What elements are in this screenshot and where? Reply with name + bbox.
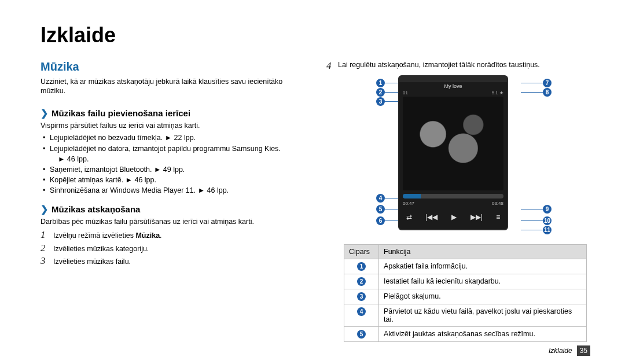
table-row: 1 Apskatiet faila informāciju.	[344, 259, 587, 274]
sub1-lead: Vispirms pārsūtiet failus uz ierīci vai …	[41, 121, 297, 131]
step-text: Izvēlņu režīmā izvēlieties Mūzika.	[53, 231, 162, 241]
rowfunc: Apskatiet faila informāciju.	[379, 259, 587, 274]
phone-controls: ⇄ |◀◀ ▶ ▶▶| ≡	[399, 207, 507, 227]
rownum-2: 2	[357, 277, 366, 286]
phone-track-num: 01	[403, 90, 408, 95]
phone-progress	[403, 194, 503, 198]
phone-time-total: 03:48	[492, 201, 503, 206]
rownum-1: 1	[357, 262, 366, 271]
step-number: 3	[41, 255, 49, 267]
prev-icon: |◀◀	[425, 213, 438, 221]
phone-diagram: 1 2 3 4 5 6 My love 01 5.1 ★ 00:47 03:48	[347, 75, 590, 237]
shuffle-icon: ⇄	[406, 213, 412, 221]
step-row: 2 Izvēlieties mūzikas kategoriju.	[41, 242, 297, 255]
page-title: Izklaide	[41, 23, 590, 47]
step-row: 3 Izvēlieties mūzikas failu.	[41, 255, 297, 267]
list-icon: ≡	[496, 213, 500, 221]
subhead-label: Mūzikas atskaņošana	[52, 204, 140, 214]
table-row: 3 Pielāgot skaļumu.	[344, 289, 587, 304]
rowfunc: Pielāgot skaļumu.	[379, 289, 587, 304]
step-text: Izvēlieties mūzikas kategoriju.	[53, 244, 149, 255]
chevron-icon: ❯	[41, 108, 48, 119]
subhead-playback: ❯ Mūzikas atskaņošana	[41, 204, 297, 215]
rownum-4: 4	[357, 307, 366, 316]
phone-track-rating: 5.1 ★	[492, 90, 503, 95]
rowfunc: Pārvietot uz kādu vietu failā, pavelkot …	[379, 304, 587, 327]
phone-mock: My love 01 5.1 ★ 00:47 03:48 ⇄ |◀◀ ▶ ▶▶|…	[398, 75, 508, 230]
callout-3: 3	[376, 97, 385, 106]
callout-5: 5	[376, 205, 385, 214]
right-column: 4 Lai regulētu atskaņošanu, izmantojiet …	[326, 60, 590, 342]
table-row: 2 Iestatiet failu kā iecienītu skaņdarbu…	[344, 274, 587, 289]
phone-time-elapsed: 00:47	[403, 201, 414, 206]
bullet-text: Lejupielādējiet no datora, izmantojot pa…	[50, 145, 281, 153]
step-row: 1 Izvēlņu režīmā izvēlieties Mūzika.	[41, 229, 297, 241]
step-number: 1	[41, 229, 49, 241]
section-heading: Mūzika	[41, 60, 297, 73]
left-column: Mūzika Uzziniet, kā ar mūzikas atskaņotā…	[41, 60, 297, 342]
step-text: Lai regulētu atskaņošanu, izmantojiet tā…	[338, 60, 540, 71]
callout-2: 2	[376, 88, 385, 97]
rowfunc: Aktivizēt jauktas atskaņošanas secības r…	[379, 327, 587, 342]
bullet-item: Lejupielādējiet no datora, izmantojot pa…	[43, 144, 297, 164]
callout-9: 9	[543, 205, 552, 214]
rowfunc: Iestatiet failu kā iecienītu skaņdarbu.	[379, 274, 587, 289]
callout-4: 4	[376, 194, 385, 203]
bullet-item: Sinhronizēšana ar Windows Media Player 1…	[43, 185, 297, 196]
rownum-5: 5	[357, 330, 366, 339]
bullet-item: Lejupielādējiet no bezvadu tīmekļa. ► 22…	[43, 133, 297, 143]
callout-8: 8	[543, 88, 552, 97]
phone-track-title: My love	[399, 82, 507, 90]
th-funkcija: Funkcija	[379, 245, 587, 259]
step-number: 4	[326, 60, 334, 72]
subhead-label: Mūzikas failu pievienošana ierīcei	[52, 108, 190, 118]
footer-section: Izklaide	[549, 347, 572, 355]
bullet-item: Saņemiet, izmantojot Bluetooth. ► 49 lpp…	[43, 164, 297, 175]
sub2-lead: Darbības pēc mūzikas failu pārsūtīšanas …	[41, 217, 297, 227]
table-row: 4 Pārvietot uz kādu vietu failā, pavelko…	[344, 304, 587, 327]
bullet-list: Lejupielādējiet no bezvadu tīmekļa. ► 22…	[41, 133, 297, 196]
table-row: 5 Aktivizēt jauktas atskaņošanas secības…	[344, 327, 587, 342]
th-cipars: Cipars	[344, 245, 379, 259]
callout-10: 10	[543, 216, 552, 225]
bullet-pageref: ► 46 lpp.	[58, 155, 89, 163]
subhead-add-files: ❯ Mūzikas failu pievienošana ierīcei	[41, 108, 297, 119]
page-footer: Izklaide 35	[549, 345, 590, 356]
function-table: Cipars Funkcija 1 Apskatiet faila inform…	[344, 244, 587, 342]
callout-7: 7	[543, 79, 552, 87]
rownum-3: 3	[357, 292, 366, 301]
callout-11: 11	[543, 226, 552, 234]
step-text: Izvēlieties mūzikas failu.	[53, 257, 131, 267]
bullet-item: Kopējiet atmiņas kartē. ► 46 lpp.	[43, 175, 297, 185]
footer-page: 35	[577, 345, 590, 356]
callout-1: 1	[376, 79, 385, 87]
callout-6: 6	[376, 216, 385, 225]
next-icon: ▶▶|	[470, 213, 483, 221]
chevron-icon: ❯	[41, 204, 48, 215]
section-intro: Uzziniet, kā ar mūzikas atskaņotāju jebk…	[41, 77, 297, 96]
step-number: 2	[41, 242, 49, 254]
play-icon: ▶	[451, 213, 457, 221]
phone-statusbar	[399, 76, 507, 82]
phone-album-art	[403, 97, 503, 190]
